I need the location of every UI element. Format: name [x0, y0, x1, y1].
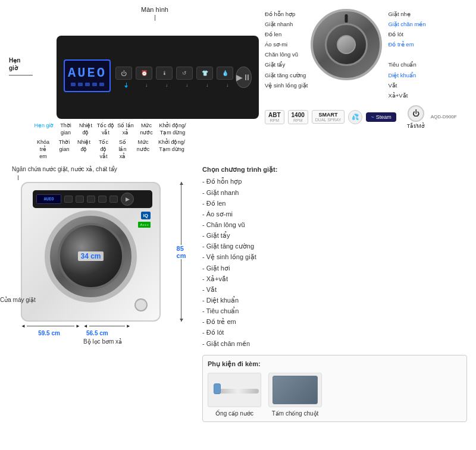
label-hen-gio: Hẹn giờ	[33, 122, 55, 136]
label-khoa-tre-em: Khóatrẻem	[33, 139, 54, 160]
arrow-indicators: ↓ ↓ ↓ ↓ ↓	[115, 83, 236, 88]
power-button[interactable]: ⏻	[408, 105, 424, 122]
power-icon-btn[interactable]: ⏻	[115, 67, 132, 80]
page-container: Màn hình AUEO	[0, 0, 476, 450]
prog-do-len: Đồ len	[265, 29, 308, 39]
dim-85cm-area: 85 cm	[181, 182, 181, 322]
prog-xa-vat: Xả+Vắt	[388, 90, 425, 100]
pump-filter	[134, 298, 148, 311]
plist-7: - Giặt tăng cường	[202, 241, 467, 251]
dim-85cm-label: 85 cm	[176, 245, 187, 259]
smart-value: SMART	[315, 112, 342, 118]
program-selection-section: Chọn chương trình giặt: - Đồ hỗn hợp - G…	[202, 166, 467, 348]
prog-giat-nhanh: Giặt nhanh	[265, 19, 308, 29]
program-list-title: Chọn chương trình giặt:	[202, 166, 467, 174]
prog-tieu-chuan: Tiêu chuẩn	[388, 59, 425, 70]
label-khoi-dong-tam-dung: Khởi động/Tạm dừng	[155, 139, 188, 160]
accessory-pipe: Ống cấp nước	[208, 373, 261, 417]
machine-btn-3[interactable]	[87, 196, 95, 203]
smart-sub: DUAL SPRAY	[315, 118, 342, 122]
prog-vat: Vắt	[388, 80, 425, 90]
dot-2	[78, 83, 83, 86]
btn-row-1: ⏻ ⏰ 🌡 ↺ 👕	[115, 67, 236, 80]
label-thoi-gian: Thờigian	[55, 139, 73, 160]
plist-9: - Giặt hơi	[202, 263, 467, 273]
program-dial[interactable]	[311, 9, 385, 83]
display-dots	[71, 83, 104, 86]
mat-label: Tấm chống chuột	[272, 410, 319, 417]
prog-giat-tay: Giặt tẩy	[265, 59, 308, 70]
dim-595: 59.5 cm	[21, 330, 77, 336]
control-buttons-group: ⏻ ⏰ 🌡 ↺ 👕	[115, 67, 236, 88]
program-list-items: - Đồ hỗn hợp - Giặt nhanh - Đồ len - Áo …	[202, 176, 467, 348]
plist-4: - Áo sơ-mi	[202, 209, 467, 219]
abt-sub: RPM	[268, 118, 281, 122]
spray-icon: 💦	[348, 110, 362, 124]
prog-ao-so-mi: Áo sơ-mi	[265, 39, 308, 49]
plist-12: - Diệt khuẩn	[202, 295, 467, 306]
tat-mo-label: Tắt/Mở	[407, 123, 425, 129]
clock-btn[interactable]: ⏰	[136, 67, 152, 80]
prog-giat-tang-cuong: Giặt tăng cường	[265, 70, 308, 80]
start-stop-btn[interactable]: ▶⏸	[236, 67, 252, 88]
pipe-label: Ống cấp nước	[215, 410, 253, 417]
bom-xa-label: Bộ lọc bơm xả	[21, 338, 184, 345]
machine-btn-1[interactable]	[64, 196, 73, 203]
temp-btn[interactable]: 🌡	[156, 67, 173, 80]
bottom-dim-labels: 59.5 cm 56.5 cm	[21, 330, 184, 336]
prog-do-tre-em: Đồ trẻ em	[388, 39, 425, 49]
accessories-section: Phụ kiện đi kèm: Ống cấp nước	[202, 355, 467, 422]
abt-value: ABT	[268, 112, 281, 118]
label-nhiet-do: Nhiệtđộ	[75, 139, 93, 160]
labels-below-panel: Hẹn giờ Thời gian Nhiệt độ Tốc độvắt Số …	[33, 122, 235, 136]
machine-btn-5[interactable]	[109, 196, 118, 203]
accessory-mat: Tấm chống chuột	[268, 373, 322, 417]
machine-door: 34 cm	[45, 210, 137, 303]
dot-4	[92, 83, 97, 86]
plist-8: - Vệ sinh lồng giặt	[202, 251, 467, 262]
label-thoi-gian-ctrl: Thời gian	[55, 122, 76, 136]
prog-do-lot: Đồ lót	[388, 29, 425, 39]
plist-6: - Giặt tẩy	[202, 230, 467, 241]
machine-btn-4[interactable]	[98, 196, 107, 203]
plist-5: - Chăn lông vũ	[202, 219, 467, 230]
iq-sticker: iQ	[141, 212, 151, 219]
steam-label: Steam	[376, 114, 392, 120]
spin-btn[interactable]: ↺	[176, 67, 193, 80]
prog-empty	[388, 49, 425, 59]
prog-do-hon-hop: Đồ hỗn hợp	[265, 9, 308, 19]
label-so-lan-ctrl: Số lầnxả	[116, 122, 135, 136]
steam-icon: ~	[371, 114, 374, 120]
pipe-image	[208, 373, 261, 407]
accessories-items: Ống cấp nước Tấm chống chuột	[208, 373, 462, 417]
label-nhiet-do-ctrl: Nhiệt độ	[76, 122, 95, 136]
machine-start-btn[interactable]: ▶	[121, 193, 134, 206]
bottom-labels-row: Khóatrẻem Thờigian Nhiệtđộ Tốcđộvắt Sốlầ…	[33, 139, 235, 160]
dot-5	[99, 83, 104, 86]
plist-10: - Xả+vắt	[202, 273, 467, 284]
label-khoi-dong-ctrl: Khởi động/Tạm dừng	[158, 122, 187, 136]
machine-diagram-section: Ngăn chứa nước giặt, nước xả, chất tẩy A…	[9, 166, 193, 444]
rinse-btn[interactable]: 👕	[196, 67, 213, 80]
label-muc-nuoc: Mứcnước	[133, 139, 154, 160]
dot-1	[71, 83, 76, 86]
water-btn[interactable]: 💧	[217, 67, 233, 80]
prog-giat-chan-men: Giặt chăn mền	[388, 19, 425, 29]
label-toc-do-vat: Tốcđộvắt	[95, 139, 112, 160]
dial-section: Đồ hỗn hợp Giặt nhanh Đồ len Áo sơ-mi Ch…	[265, 9, 467, 100]
machine-btn-2[interactable]	[76, 196, 84, 203]
dim-34cm: 34 cm	[78, 251, 103, 261]
screen-label: Màn hình	[51, 6, 259, 13]
display-screen: AUEO	[64, 59, 111, 92]
plist-11: - Vắt	[202, 284, 467, 295]
program-list-right: Giặt nhẹ Giặt chăn mền Đồ lót Đồ trẻ em …	[388, 9, 425, 100]
rpm-badge: 1400 RPM	[288, 110, 308, 124]
label-muc-nuoc-ctrl: Mức nước	[135, 122, 158, 136]
abt-badge: ABT RPM	[265, 110, 284, 124]
steam-badge: ~ Steam	[366, 112, 396, 122]
dim-565: 56.5 cm	[86, 330, 108, 336]
rpm-value: 1400	[292, 112, 305, 118]
mat-image	[268, 373, 322, 407]
smart-badge: SMART DUAL SPRAY	[312, 110, 345, 124]
label-toc-do-ctrl: Tốc độvắt	[95, 122, 116, 136]
